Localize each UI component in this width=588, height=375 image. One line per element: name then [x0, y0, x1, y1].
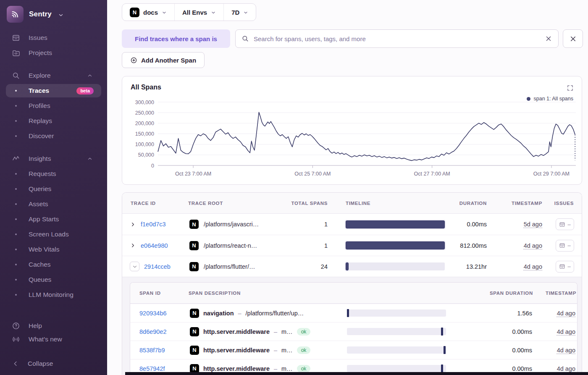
span-description-text: m… [281, 347, 293, 354]
trace-root-cell: N/platforms/javascri… [185, 220, 288, 229]
issues-icon [559, 242, 565, 249]
trace-id-cell: e064e980 [122, 242, 185, 249]
sidebar-section-explore[interactable]: Explore [0, 70, 107, 81]
span-row[interactable]: 920934b6Nnavigation–/platforms/flutter/u… [130, 304, 577, 322]
clear-search-icon[interactable] [545, 35, 552, 42]
column-header-total-spans[interactable]: TOTAL SPANS [288, 201, 330, 206]
trace-id-link[interactable]: 2914cceb [144, 263, 171, 270]
sidebar-item-queries[interactable]: Queries [6, 183, 101, 195]
timeline-bar [346, 220, 445, 228]
sidebar-item-replays[interactable]: Replays [6, 115, 101, 127]
chevron-up-icon [87, 73, 93, 79]
remove-span-button[interactable] [563, 29, 583, 48]
sidebar-item-projects[interactable]: Projects [0, 47, 107, 59]
column-header-timestamp[interactable]: TIMESTAMP [488, 201, 542, 206]
trace-root-text: /platforms/flutter/… [204, 263, 255, 270]
span-search-input[interactable] [254, 35, 540, 42]
span-timestamp-cell: 4d ago [533, 365, 578, 372]
column-header-trace-id[interactable]: TRACE ID [122, 201, 185, 206]
timestamp-value[interactable]: 4d ago [524, 242, 542, 249]
environment-selector[interactable]: All Envs [174, 4, 223, 21]
trace-row[interactable]: e064e980N/platforms/react-n…1812.00ms4d … [122, 235, 582, 256]
sidebar-item-queues[interactable]: Queues [6, 274, 101, 286]
span-id-link[interactable]: 920934b6 [139, 310, 167, 317]
column-header-span-duration[interactable]: SPAN DURATION [449, 291, 533, 296]
timestamp-value[interactable]: 4d ago [557, 310, 575, 317]
span-id-cell: 8e57942f [130, 365, 179, 372]
chevron-up-icon [87, 156, 93, 162]
span-id-link[interactable]: 8d6e90e2 [139, 328, 167, 335]
sidebar-item-traces[interactable]: Tracesbeta [6, 84, 101, 97]
timestamp-value[interactable]: 4d ago [557, 365, 575, 372]
sidebar-item-llm-monitoring[interactable]: LLM Monitoring [6, 289, 101, 301]
column-header-issues[interactable]: ISSUES [542, 201, 582, 206]
timestamp-value[interactable]: 4d ago [557, 328, 575, 335]
svg-text:Oct 25 7:00 AM: Oct 25 7:00 AM [294, 171, 331, 177]
trace-id-link[interactable]: e064e980 [141, 242, 168, 249]
trace-id-link[interactable]: f1e0d7c3 [141, 221, 166, 228]
project-selector[interactable]: N docs [122, 4, 174, 21]
sidebar-item-help[interactable]: Help [0, 320, 107, 332]
sidebar-item-discover[interactable]: Discover [6, 130, 101, 142]
timeline-track [346, 241, 445, 249]
span-id-link[interactable]: 8538f7b9 [139, 347, 165, 354]
traces-table-body: f1e0d7c3N/platforms/javascri…10.00ms5d a… [122, 214, 582, 375]
issues-pill[interactable]: – [556, 218, 574, 230]
spans-chart-svg[interactable]: 050,000100,000150,000200,000250,000300,0… [122, 98, 583, 182]
sidebar-item-profiles[interactable]: Profiles [6, 100, 101, 112]
issues-cell: – [542, 261, 582, 273]
sidebar-item-requests[interactable]: Requests [6, 168, 101, 180]
span-row[interactable]: 8d6e90e2Nhttp.server.middleware–m…ok0.00… [130, 322, 577, 341]
sidebar-section-insights[interactable]: Insights [0, 153, 107, 165]
timestamp-value[interactable]: 5d ago [524, 221, 542, 228]
trace-row[interactable]: f1e0d7c3N/platforms/javascri…10.00ms5d a… [122, 214, 582, 235]
projects-icon [12, 49, 20, 57]
column-header-timestamp[interactable]: TIMESTAMP [533, 291, 578, 296]
add-another-span-button[interactable]: Add Another Span [122, 52, 205, 68]
svg-text:300,000: 300,000 [135, 100, 154, 105]
sidebar-item-web-vitals[interactable]: Web Vitals [6, 244, 101, 255]
bullet-icon [12, 264, 20, 265]
nextjs-icon: N [190, 346, 199, 355]
trace-row[interactable]: 2914ccebN/platforms/flutter/…2413.21hr4d… [122, 256, 582, 277]
column-header-span-description[interactable]: SPAN DESCRIPTION [179, 291, 344, 296]
sidebar-item-screen-loads[interactable]: Screen Loads [6, 228, 101, 240]
span-id-link[interactable]: 8e57942f [139, 365, 165, 372]
collapse-row-button[interactable] [130, 262, 139, 271]
bottom-scroll-strip[interactable] [125, 372, 588, 375]
span-description-text: m… [281, 328, 293, 335]
fullscreen-icon[interactable] [567, 84, 574, 92]
sidebar-item-assets[interactable]: Assets [6, 198, 101, 210]
chevron-right-icon[interactable] [130, 221, 136, 228]
bullet-icon [12, 203, 20, 205]
beta-badge: beta [76, 87, 94, 94]
span-timeline-marker [441, 328, 443, 336]
issues-pill[interactable]: – [556, 261, 574, 273]
svg-text:Oct 27 7:00 AM: Oct 27 7:00 AM [414, 171, 450, 177]
trace-root-text: /platforms/react-n… [204, 242, 257, 249]
column-header-trace-root[interactable]: TRACE ROOT [185, 201, 288, 206]
timeline-cell [330, 220, 444, 228]
issues-pill[interactable]: – [556, 240, 574, 252]
sidebar-item-label: Queues [29, 276, 51, 283]
issues-cell: – [542, 240, 582, 252]
issues-icon [559, 263, 565, 270]
sidebar-collapse-button[interactable]: Collapse [0, 358, 107, 370]
column-header-timeline[interactable]: TIMELINE [330, 201, 444, 206]
timestamp-value[interactable]: 4d ago [557, 347, 575, 354]
sidebar-item-app-starts[interactable]: App Starts [6, 213, 101, 225]
column-header-duration[interactable]: DURATION [444, 201, 488, 206]
span-separator: – [274, 347, 277, 354]
span-row[interactable]: 8538f7b9Nhttp.server.middleware–m…ok0.00… [130, 341, 577, 359]
sidebar-item-caches[interactable]: Caches [6, 259, 101, 270]
span-filter-button[interactable]: Find traces where a span is [122, 29, 230, 48]
column-header-span-id[interactable]: SPAN ID [130, 291, 179, 296]
collapse-icon [12, 360, 19, 367]
sidebar-item-what-s-new[interactable]: What's new [0, 333, 107, 345]
date-range-selector[interactable]: 7D [223, 4, 256, 21]
sidebar-item-issues[interactable]: Issues [0, 32, 107, 44]
timestamp-value[interactable]: 4d ago [524, 263, 542, 270]
span-separator: – [274, 365, 277, 372]
org-switcher[interactable]: Sentry [0, 0, 107, 23]
chevron-right-icon[interactable] [130, 242, 136, 249]
